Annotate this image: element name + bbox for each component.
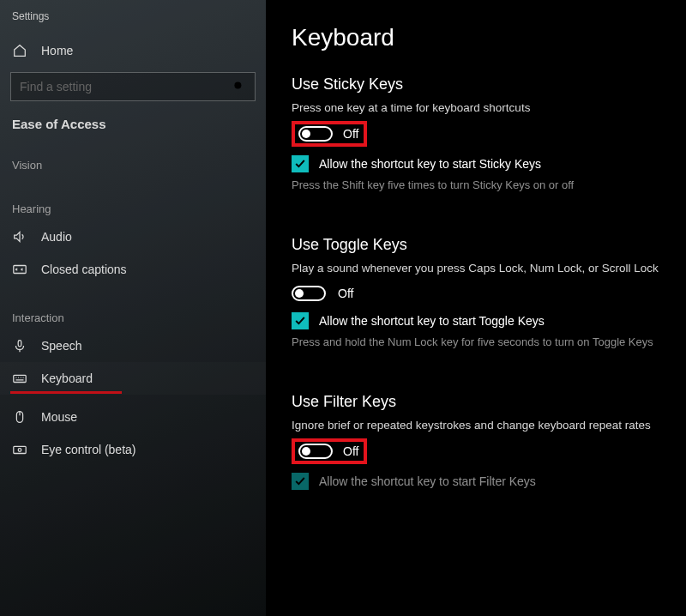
- filter-checkbox[interactable]: [292, 473, 309, 490]
- svg-rect-2: [18, 341, 21, 347]
- group-hearing: Hearing: [0, 177, 266, 220]
- closed-captions-icon: [12, 262, 27, 277]
- sticky-hint: Press the Shift key five times to turn S…: [292, 178, 660, 193]
- audio-icon: [12, 229, 27, 245]
- sticky-title: Use Sticky Keys: [292, 75, 660, 94]
- group-vision: Vision: [0, 143, 266, 177]
- nav-home[interactable]: Home: [0, 34, 266, 67]
- svg-rect-3: [14, 375, 26, 382]
- window-title: Settings: [0, 7, 266, 34]
- search-input-wrap[interactable]: [10, 72, 256, 101]
- home-icon: [12, 43, 27, 58]
- filter-desc: Ignore brief or repeated keystrokes and …: [292, 418, 660, 433]
- nav-keyboard[interactable]: Keyboard: [0, 362, 266, 395]
- nav-audio-label: Audio: [41, 230, 72, 244]
- nav-eye-label: Eye control (beta): [41, 443, 136, 456]
- sticky-checkbox[interactable]: [292, 155, 309, 172]
- page-title: Keyboard: [292, 24, 660, 51]
- filter-toggle[interactable]: [298, 444, 333, 459]
- keyboard-icon: [12, 371, 27, 386]
- nav-mouse-label: Mouse: [41, 410, 77, 424]
- sticky-toggle[interactable]: [298, 126, 333, 142]
- filter-title: Use Filter Keys: [292, 393, 660, 411]
- group-interaction: Interaction: [0, 286, 266, 329]
- togglekeys-checkbox[interactable]: [292, 312, 309, 329]
- eye-icon: [12, 442, 27, 457]
- nav-closed-captions[interactable]: Closed captions: [0, 253, 266, 286]
- sticky-desc: Press one key at a time for keyboard sho…: [292, 100, 660, 116]
- togglekeys-check-label: Allow the shortcut key to start Toggle K…: [319, 314, 545, 328]
- content-pane: Keyboard Use Sticky Keys Press one key a…: [266, 0, 686, 616]
- mic-icon: [12, 338, 27, 353]
- nav-eye-control[interactable]: Eye control (beta): [0, 433, 266, 466]
- search-icon: [232, 80, 246, 94]
- active-underline: [10, 391, 122, 394]
- filter-cut-label: Allow the shortcut key to start Filter K…: [319, 474, 536, 488]
- togglekeys-hint: Press and hold the Num Lock key for five…: [292, 335, 660, 350]
- nav-speech-label: Speech: [41, 339, 81, 353]
- nav-mouse[interactable]: Mouse: [0, 401, 266, 433]
- nav-home-label: Home: [41, 44, 73, 57]
- highlight-box-sticky: Off: [292, 121, 367, 147]
- sidebar: Settings Home Ease of Access Vision Hear…: [0, 0, 266, 616]
- nav-audio[interactable]: Audio: [0, 220, 266, 253]
- sticky-check-label: Allow the shortcut key to start Sticky K…: [319, 157, 541, 171]
- nav-keyboard-label: Keyboard: [41, 371, 93, 385]
- section-title: Ease of Access: [0, 117, 266, 143]
- nav-speech[interactable]: Speech: [0, 329, 266, 362]
- togglekeys-title: Use Toggle Keys: [292, 236, 660, 254]
- svg-rect-5: [14, 446, 26, 453]
- togglekeys-toggle[interactable]: [292, 286, 326, 301]
- svg-point-6: [18, 449, 21, 452]
- togglekeys-desc: Play a sound whenever you press Caps Loc…: [292, 261, 660, 276]
- togglekeys-toggle-label: Off: [338, 287, 353, 300]
- search-input[interactable]: [20, 80, 232, 94]
- svg-point-0: [234, 82, 241, 88]
- highlight-box-filter: Off: [292, 438, 367, 464]
- filter-toggle-label: Off: [343, 444, 358, 458]
- mouse-icon: [12, 409, 27, 425]
- sticky-toggle-label: Off: [343, 127, 358, 141]
- nav-cc-label: Closed captions: [41, 263, 127, 276]
